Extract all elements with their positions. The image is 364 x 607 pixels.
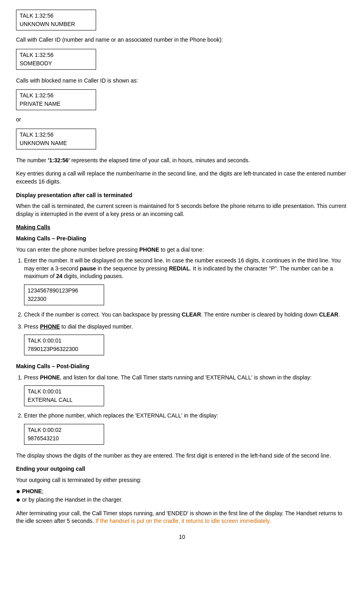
display-line1: TALK 1:32:56 <box>20 12 93 20</box>
pre-dial-intro: You can enter the phone number before pr… <box>16 246 348 254</box>
display-box-8: TALK 0:00:02 9876543210 <box>24 424 104 445</box>
display-box-4: TALK 1:32:56 UNKNOWN NAME <box>16 129 96 149</box>
display-line1: TALK 0:00:01 <box>28 337 101 345</box>
display-line1: TALK 1:32:56 <box>20 131 93 139</box>
somebody-box-section: TALK 1:32:56 SOMEBODY <box>16 47 348 71</box>
phone-number-box-section: TALK 0:00:02 9876543210 <box>24 422 348 446</box>
predialing-number-box-section: 1234567890123P96 322300 <box>24 283 348 307</box>
bullet-dot-1: ● <box>16 488 20 495</box>
step1-text: Enter the number. It will be displayed o… <box>24 257 341 279</box>
unknown-name-box-section: TALK 1:32:56 UNKNOWN NAME <box>16 127 348 151</box>
bullet-charger-text: or by placing the Handset in the charger… <box>22 496 123 504</box>
elapsed-text-2: represents the elapsed time of your call… <box>70 157 250 163</box>
pre-dial-intro2: to get a dial tone: <box>159 246 204 253</box>
display-line1: TALK 1:32:56 <box>20 51 93 59</box>
post-step1-text: Press PHONE, and listen for dial tone. T… <box>24 374 312 381</box>
display-line2: 322300 <box>28 295 101 303</box>
display-box-3: TALK 1:32:56 PRIVATE NAME <box>16 89 96 110</box>
bullet-phone-text: PHONE; <box>22 488 44 496</box>
display-presentation-body: When the call is terminated, the current… <box>16 202 348 218</box>
display-line1: 1234567890123P96 <box>28 286 101 295</box>
key-entries-para: Key entries during a call will replace t… <box>16 170 348 186</box>
step-3: Press PHONE to dial the displayed number… <box>24 323 348 357</box>
making-calls-heading: Making Calls <box>16 224 348 232</box>
step-2: Check if the number is correct. You can … <box>24 311 348 319</box>
or-text: or <box>16 116 348 124</box>
post-step-2: Enter the phone number, which replaces t… <box>24 412 348 446</box>
after-terminating-para: After terminating your call, the Call Ti… <box>16 510 348 525</box>
post-dial-steps: Press PHONE, and listen for dial tone. T… <box>24 374 348 446</box>
display-shows-text: The display shows the digits of the numb… <box>16 452 348 460</box>
step3-text: Press PHONE to dial the displayed number… <box>24 323 133 330</box>
making-calls-sub: Making Calls – Pre-Dialing <box>16 235 348 243</box>
pre-dial-phone: PHONE <box>139 246 159 253</box>
display-box-7: TALK 0:00:01 EXTERNAL CALL <box>24 385 104 406</box>
ending-body: Your outgoing call is terminated by eith… <box>16 476 348 484</box>
display-line2: PRIVATE NAME <box>20 100 93 108</box>
display-line1: TALK 1:32:56 <box>20 91 93 100</box>
display-box-1: TALK 1:32:56 UNKNOWN NUMBER <box>16 10 96 30</box>
talk-number-box-section: TALK 0:00:01 7890123P96322300 <box>24 333 348 357</box>
display-line2: EXTERNAL CALL <box>28 396 101 404</box>
display-line2: UNKNOWN NUMBER <box>20 20 93 28</box>
step2-text: Check if the number is correct. You can … <box>24 311 340 318</box>
bullet-dot-2: ● <box>16 496 20 503</box>
external-call-box-section: TALK 0:00:01 EXTERNAL CALL <box>24 384 348 408</box>
post-dial-sub: Making Calls – Post-Dialing <box>16 363 348 371</box>
page-number: 10 <box>16 533 348 541</box>
caller-id-intro: Call with Caller ID (number and name or … <box>16 36 348 44</box>
elapsed-text-1: The number <box>16 157 48 163</box>
elapsed-time-para: The number '1:32:56' represents the elap… <box>16 157 348 165</box>
step-1: Enter the number. It will be displayed o… <box>24 257 348 307</box>
unknown-number-box-section: TALK 1:32:56 UNKNOWN NUMBER <box>16 8 348 32</box>
blocked-name-text: Calls with blocked name in Caller ID is … <box>16 77 348 85</box>
display-line2: SOMEBODY <box>20 59 93 68</box>
private-name-box-section: TALK 1:32:56 PRIVATE NAME <box>16 88 348 112</box>
elapsed-bold: '1:32:56' <box>48 157 70 163</box>
display-line2: 9876543210 <box>28 434 101 443</box>
pre-dial-intro-text: You can enter the phone number before pr… <box>16 246 139 253</box>
post-step-1: Press PHONE, and listen for dial tone. T… <box>24 374 348 408</box>
after-orange-text: If the handset is put on the cradle, it … <box>95 518 271 524</box>
display-line1: TALK 0:00:02 <box>28 426 101 434</box>
pre-dial-steps: Enter the number. It will be displayed o… <box>24 257 348 357</box>
bullet-charger: ● or by placing the Handset in the charg… <box>16 496 348 504</box>
display-line1: TALK 0:00:01 <box>28 387 101 396</box>
page-content: TALK 1:32:56 UNKNOWN NUMBER Call with Ca… <box>16 8 348 541</box>
ending-heading: Ending your outgoing call <box>16 465 348 473</box>
display-box-2: TALK 1:32:56 SOMEBODY <box>16 49 96 70</box>
display-presentation-heading: Display presentation after call is termi… <box>16 192 348 200</box>
display-line2: UNKNOWN NAME <box>20 139 93 147</box>
bullet-phone: ● PHONE; <box>16 488 348 496</box>
display-line2: 7890123P96322300 <box>28 345 101 353</box>
display-box-6: TALK 0:00:01 7890123P96322300 <box>24 335 104 355</box>
display-box-5: 1234567890123P96 322300 <box>24 284 104 305</box>
post-step2-text: Enter the phone number, which replaces t… <box>24 412 218 419</box>
